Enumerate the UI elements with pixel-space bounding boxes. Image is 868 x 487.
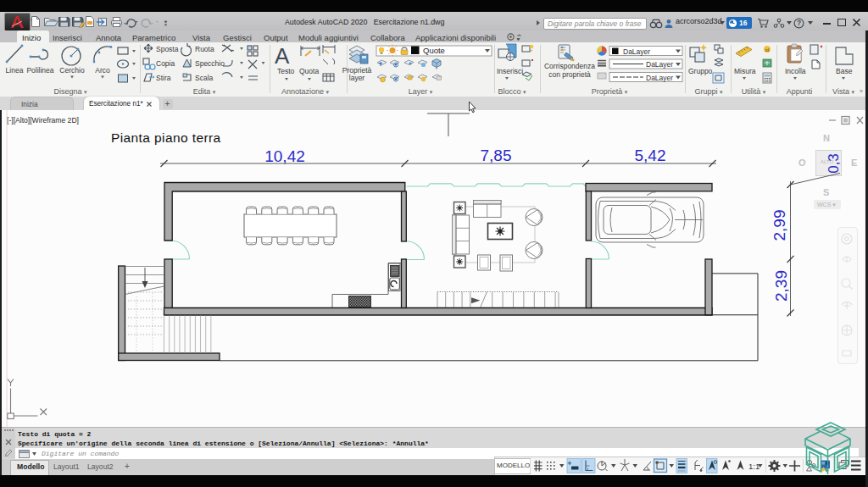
svg-text:Misura: Misura <box>734 67 756 75</box>
svg-text:10,42: 10,42 <box>264 147 305 165</box>
svg-text:Inserisci: Inserisci <box>497 67 523 75</box>
svg-text:A: A <box>275 43 290 69</box>
svg-text:DaLayer: DaLayer <box>623 47 650 56</box>
svg-text:Cerchio: Cerchio <box>59 66 85 75</box>
svg-text:id: id <box>765 47 770 53</box>
svg-text:2,99: 2,99 <box>771 210 788 241</box>
svg-text:Arco: Arco <box>95 66 110 75</box>
svg-text:DaLayer: DaLayer <box>646 60 673 69</box>
svg-text:Incolla: Incolla <box>785 67 806 75</box>
svg-text:5,42: 5,42 <box>635 147 666 164</box>
svg-text:Copia: Copia <box>156 59 175 68</box>
svg-text:2,39: 2,39 <box>772 270 790 302</box>
svg-text:Stira: Stira <box>156 74 171 82</box>
svg-text:Scala: Scala <box>195 74 214 82</box>
svg-text:7,85: 7,85 <box>481 147 512 164</box>
svg-text:1:1: 1:1 <box>748 462 760 471</box>
svg-text:Linea: Linea <box>6 66 24 75</box>
svg-text:Polilinea: Polilinea <box>26 66 53 75</box>
svg-text:0,3: 0,3 <box>826 153 842 174</box>
svg-text:DaLayer: DaLayer <box>646 74 673 82</box>
svg-text:Base: Base <box>836 67 853 75</box>
svg-text:Quote: Quote <box>423 46 445 55</box>
svg-text:Gruppo: Gruppo <box>688 67 713 75</box>
svg-text:?: ? <box>797 19 801 27</box>
svg-text:Ruota: Ruota <box>195 45 214 53</box>
svg-text:Sposta: Sposta <box>156 45 179 53</box>
svg-text:layer: layer <box>349 74 365 82</box>
svg-text:Testo: Testo <box>277 67 295 75</box>
svg-text:Specchio: Specchio <box>195 59 225 68</box>
svg-text:con proprietà: con proprietà <box>548 70 591 79</box>
svg-text:Corrispondenza: Corrispondenza <box>544 62 595 70</box>
svg-text:Quota: Quota <box>299 67 319 75</box>
